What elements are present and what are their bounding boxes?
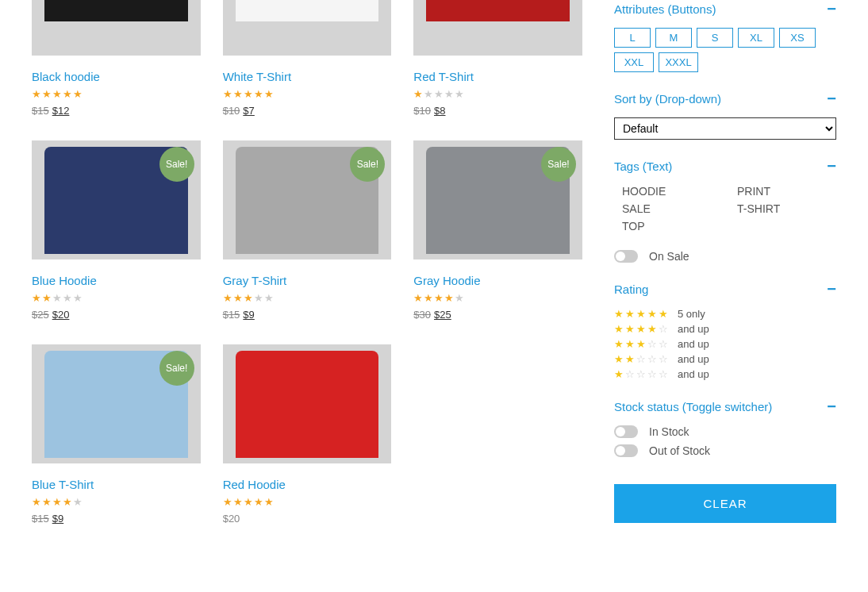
attribute-button[interactable]: XXXL bbox=[659, 52, 698, 72]
rating-filter-row[interactable]: ★★★☆☆and up bbox=[614, 338, 836, 350]
collapse-icon: − bbox=[827, 0, 836, 18]
product-title[interactable]: Red T-Shirt bbox=[413, 70, 582, 83]
old-price: $25 bbox=[32, 309, 49, 321]
new-price: $12 bbox=[52, 105, 70, 117]
tag-item[interactable]: HOODIE bbox=[622, 185, 721, 198]
old-price: $15 bbox=[32, 105, 49, 117]
filter-sort: Sort by (Drop-down) − Default bbox=[614, 90, 836, 140]
old-price: $10 bbox=[413, 105, 431, 117]
out-of-stock-toggle[interactable] bbox=[614, 444, 638, 457]
attribute-button[interactable]: XXL bbox=[614, 52, 654, 72]
product-card[interactable]: Red T-Shirt★★★★★$10$8 bbox=[413, 0, 582, 117]
product-title[interactable]: Gray T-Shirt bbox=[223, 274, 392, 287]
product-card[interactable]: Sale!Gray T-Shirt★★★★★$15$9 bbox=[223, 140, 392, 321]
tag-item[interactable]: SALE bbox=[622, 202, 721, 215]
product-price: $20 bbox=[223, 513, 392, 525]
rating-label: and up bbox=[678, 338, 709, 350]
old-price: $10 bbox=[223, 105, 240, 117]
in-stock-toggle[interactable] bbox=[614, 425, 638, 438]
product-image[interactable]: Sale! bbox=[32, 140, 201, 259]
attribute-button[interactable]: S bbox=[697, 28, 733, 48]
tag-item[interactable]: T-SHIRT bbox=[737, 202, 836, 215]
filter-attributes-title: Attributes (Buttons) bbox=[614, 2, 716, 16]
product-card[interactable]: Sale!Blue T-Shirt★★★★★$15$9 bbox=[32, 344, 201, 525]
in-stock-label: In Stock bbox=[649, 425, 689, 438]
product-image[interactable] bbox=[32, 0, 201, 56]
attribute-button[interactable]: XL bbox=[738, 28, 774, 48]
clear-button[interactable]: CLEAR bbox=[614, 484, 836, 523]
rating-filter-row[interactable]: ★★☆☆☆and up bbox=[614, 353, 836, 365]
attribute-button[interactable]: L bbox=[614, 28, 651, 48]
product-image[interactable]: Sale! bbox=[413, 140, 582, 259]
product-title[interactable]: Blue T-Shirt bbox=[32, 478, 201, 491]
tag-item[interactable]: TOP bbox=[622, 220, 721, 233]
product-image[interactable] bbox=[223, 344, 392, 463]
product-image[interactable]: Sale! bbox=[32, 344, 201, 463]
attribute-button[interactable]: M bbox=[655, 28, 692, 48]
product-title[interactable]: Black hoodie bbox=[32, 70, 201, 83]
product-card[interactable]: Black hoodie★★★★★$15$12 bbox=[32, 0, 201, 117]
rating-label: and up bbox=[678, 323, 709, 335]
collapse-icon: − bbox=[827, 398, 836, 416]
product-image[interactable]: Sale! bbox=[223, 140, 392, 259]
attribute-button-list: LMSXLXSXXLXXXL bbox=[614, 28, 836, 72]
filter-sort-header[interactable]: Sort by (Drop-down) − bbox=[614, 90, 836, 108]
product-card[interactable]: Red Hoodie★★★★★$20 bbox=[223, 344, 392, 525]
rating-filter-row[interactable]: ★★★★☆and up bbox=[614, 323, 836, 335]
filter-tags-header[interactable]: Tags (Text) − bbox=[614, 157, 836, 175]
old-price: $15 bbox=[32, 513, 49, 525]
sale-badge: Sale! bbox=[541, 147, 576, 182]
sort-dropdown[interactable]: Default bbox=[614, 117, 836, 140]
product-rating: ★★★★★ bbox=[223, 88, 392, 100]
filter-rating-title: Rating bbox=[614, 283, 648, 296]
star-icon-group: ★★★★★ bbox=[614, 308, 670, 320]
product-price: $25$20 bbox=[32, 309, 201, 321]
sale-badge: Sale! bbox=[350, 147, 385, 182]
product-card[interactable]: Sale!Blue Hoodie★★★★★$25$20 bbox=[32, 140, 201, 321]
products-grid: Black hoodie★★★★★$15$12White T-Shirt★★★★… bbox=[32, 0, 582, 525]
collapse-icon: − bbox=[827, 280, 836, 298]
new-price: $8 bbox=[434, 105, 445, 117]
tags-list: HOODIEPRINTSALET-SHIRTTOP bbox=[614, 185, 836, 233]
product-title[interactable]: Gray Hoodie bbox=[413, 274, 582, 287]
filter-sort-title: Sort by (Drop-down) bbox=[614, 92, 721, 106]
filter-rating-header[interactable]: Rating − bbox=[614, 280, 836, 298]
attribute-button[interactable]: XS bbox=[779, 28, 816, 48]
product-price: $15$12 bbox=[32, 105, 201, 117]
star-icon-group: ★☆☆☆☆ bbox=[614, 368, 670, 380]
filter-attributes-header[interactable]: Attributes (Buttons) − bbox=[614, 0, 836, 18]
filter-sidebar: Attributes (Buttons) − LMSXLXSXXLXXXL So… bbox=[614, 0, 836, 525]
rating-filter-row[interactable]: ★★★★★5 only bbox=[614, 308, 836, 320]
product-rating: ★★★★★ bbox=[32, 496, 201, 508]
filter-rating: Rating − ★★★★★5 only★★★★☆and up★★★☆☆and … bbox=[614, 280, 836, 380]
product-card[interactable]: Sale!Gray Hoodie★★★★★$30$25 bbox=[413, 140, 582, 321]
filter-tags: Tags (Text) − HOODIEPRINTSALET-SHIRTTOP bbox=[614, 157, 836, 233]
product-title[interactable]: White T-Shirt bbox=[223, 70, 392, 83]
product-title[interactable]: Blue Hoodie bbox=[32, 274, 201, 287]
product-rating: ★★★★★ bbox=[223, 496, 392, 508]
filter-onsale: On Sale bbox=[614, 250, 836, 263]
filter-tags-title: Tags (Text) bbox=[614, 160, 672, 173]
out-of-stock-label: Out of Stock bbox=[649, 444, 710, 457]
rating-label: and up bbox=[678, 368, 709, 380]
collapse-icon: − bbox=[827, 90, 836, 108]
rating-rows: ★★★★★5 only★★★★☆and up★★★☆☆and up★★☆☆☆an… bbox=[614, 308, 836, 380]
product-rating: ★★★★★ bbox=[223, 292, 392, 304]
filter-stock-header[interactable]: Stock status (Toggle switcher) − bbox=[614, 398, 836, 416]
tag-item[interactable]: PRINT bbox=[737, 185, 836, 198]
product-rating: ★★★★★ bbox=[32, 88, 201, 100]
star-icon-group: ★★★★☆ bbox=[614, 323, 670, 335]
filter-attributes: Attributes (Buttons) − LMSXLXSXXLXXXL bbox=[614, 0, 836, 72]
product-price: $10$8 bbox=[413, 105, 582, 117]
product-image[interactable] bbox=[413, 0, 582, 56]
sale-badge: Sale! bbox=[159, 147, 194, 182]
product-title[interactable]: Red Hoodie bbox=[223, 478, 392, 491]
product-price: $15$9 bbox=[223, 309, 392, 321]
on-sale-toggle[interactable] bbox=[614, 250, 638, 263]
product-card[interactable]: White T-Shirt★★★★★$10$7 bbox=[223, 0, 392, 117]
filter-stock-title: Stock status (Toggle switcher) bbox=[614, 400, 772, 413]
product-image[interactable] bbox=[223, 0, 392, 56]
new-price: $25 bbox=[434, 309, 451, 321]
rating-filter-row[interactable]: ★☆☆☆☆and up bbox=[614, 368, 836, 380]
product-price: $30$25 bbox=[413, 309, 582, 321]
